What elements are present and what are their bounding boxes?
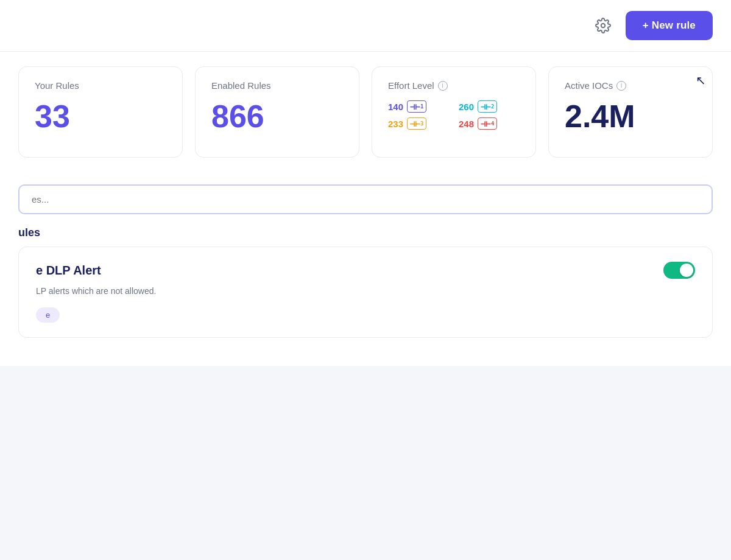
effort-icon-3: ⊣⊢3	[407, 117, 426, 130]
top-bar: + New rule	[0, 0, 731, 52]
active-iocs-value: 2.4M	[565, 100, 696, 132]
effort-item-4: 248 ⊣⊢4	[459, 117, 520, 130]
your-rules-title: Your Rules	[35, 80, 166, 91]
settings-button[interactable]	[590, 13, 616, 38]
cursor-indicator: ↖	[696, 73, 706, 88]
effort-level-title: Effort Level i	[388, 80, 520, 91]
active-iocs-title: Active IOCs i	[565, 80, 696, 91]
stats-row: Your Rules 33 Enabled Rules 866 Effort L…	[0, 52, 731, 172]
rule-card: e DLP Alert LP alerts which are not allo…	[18, 247, 713, 338]
effort-level-card: Effort Level i 140 ⊣⊢1 260 ⊣⊢2 233 ⊣⊢3 2…	[372, 66, 536, 158]
section-title: ules	[18, 226, 40, 239]
effort-icon-2: ⊣⊢2	[478, 100, 497, 113]
effort-item-2: 260 ⊣⊢2	[459, 100, 520, 113]
toggle-track	[663, 262, 695, 279]
active-iocs-info-icon[interactable]: i	[616, 81, 626, 91]
rule-description: LP alerts which are not allowed.	[36, 285, 695, 298]
enabled-rules-value: 866	[211, 100, 343, 132]
section-label: ules	[0, 214, 731, 247]
enabled-rules-card: Enabled Rules 866	[195, 66, 359, 158]
svg-point-0	[601, 24, 606, 28]
search-area	[0, 172, 731, 214]
enabled-rules-title: Enabled Rules	[211, 80, 343, 91]
effort-icon-1: ⊣⊢1	[407, 100, 426, 113]
rule-title: e DLP Alert	[36, 264, 101, 278]
effort-icon-4: ⊣⊢4	[478, 117, 497, 130]
your-rules-card: Your Rules 33	[18, 66, 183, 158]
rule-card-header: e DLP Alert	[36, 262, 695, 279]
effort-item-3: 233 ⊣⊢3	[388, 117, 449, 130]
rule-toggle[interactable]	[663, 262, 695, 279]
your-rules-value: 33	[35, 100, 166, 132]
effort-grid: 140 ⊣⊢1 260 ⊣⊢2 233 ⊣⊢3 248 ⊣⊢4	[388, 100, 520, 130]
rules-area: e DLP Alert LP alerts which are not allo…	[0, 247, 731, 366]
effort-item-1: 140 ⊣⊢1	[388, 100, 449, 113]
new-rule-button[interactable]: + New rule	[626, 11, 713, 40]
toggle-thumb	[680, 264, 693, 277]
active-iocs-card: Active IOCs i 2.4M ↖	[548, 66, 713, 158]
search-input[interactable]	[18, 184, 713, 214]
effort-level-info-icon[interactable]: i	[438, 81, 448, 91]
rule-badge[interactable]: e	[36, 307, 60, 323]
